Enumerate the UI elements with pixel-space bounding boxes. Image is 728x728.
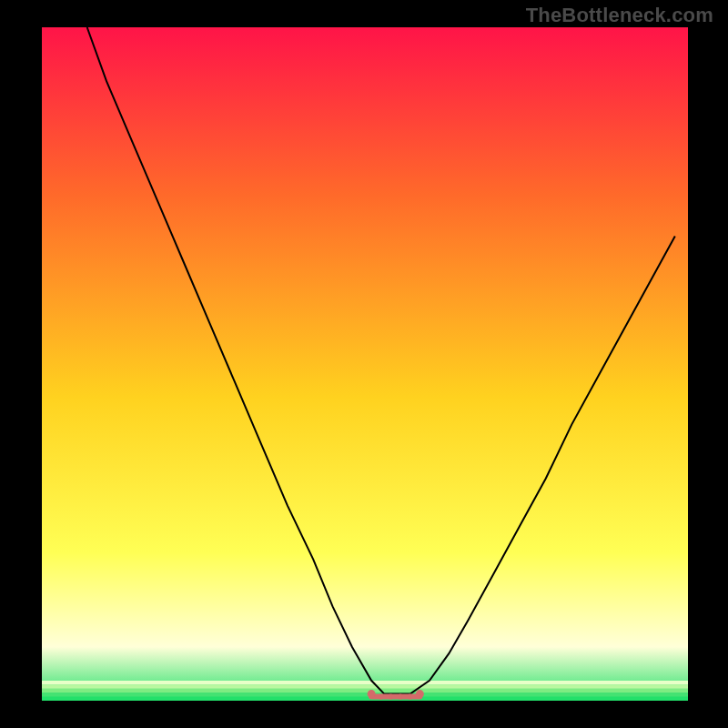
svg-rect-0 [42,681,688,684]
svg-rect-3 [42,693,688,696]
svg-point-6 [368,690,376,698]
svg-rect-2 [42,689,688,693]
bottom-band [42,681,688,701]
chart-frame: TheBottleneck.com [0,0,728,728]
watermark-text: TheBottleneck.com [526,4,713,27]
bottleneck-chart [0,0,728,728]
svg-rect-4 [42,697,688,701]
svg-point-7 [416,690,424,698]
plot-background [42,27,688,701]
svg-rect-1 [42,684,688,688]
